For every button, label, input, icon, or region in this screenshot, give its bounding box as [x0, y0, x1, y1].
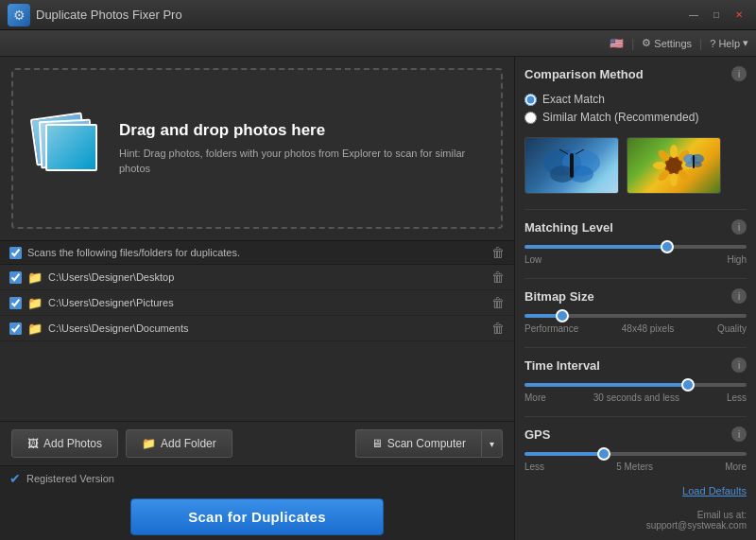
- gps-less-label: Less: [524, 462, 544, 472]
- folder-delete-pictures[interactable]: 🗑: [491, 295, 505, 310]
- folder-path-documents: C:\Users\Designer\Documents: [48, 322, 486, 334]
- exact-match-radio[interactable]: [524, 94, 537, 106]
- folder-list-delete-icon[interactable]: 🗑: [491, 245, 505, 260]
- settings-button[interactable]: ⚙ Settings: [642, 37, 692, 49]
- time-interval-section: Time Interval i More 30 seconds and less…: [524, 357, 747, 403]
- app-icon: ⚙: [8, 4, 30, 26]
- flag-icon: 🇺🇸: [610, 37, 624, 50]
- matching-level-labels: Low High: [524, 254, 747, 265]
- folder-checkbox-desktop[interactable]: [9, 271, 22, 284]
- comparison-method-options: Exact Match Similar Match (Recommended): [524, 93, 747, 124]
- similar-match-radio[interactable]: [524, 112, 537, 124]
- bitmap-size-slider[interactable]: [524, 314, 747, 318]
- time-interval-labels: More 30 seconds and less Less: [524, 392, 747, 403]
- folder-delete-documents[interactable]: 🗑: [491, 321, 505, 336]
- bitmap-size-header: Bitmap Size i: [524, 288, 747, 304]
- scan-for-duplicates-button[interactable]: Scan for Duplicates: [130, 498, 384, 535]
- svg-rect-4: [570, 153, 574, 178]
- minimize-button[interactable]: —: [684, 9, 703, 22]
- bitmap-size-info-icon[interactable]: i: [731, 288, 747, 304]
- divider-2: [524, 278, 747, 279]
- matching-level-info-icon[interactable]: i: [731, 219, 747, 235]
- divider-3: [524, 347, 747, 348]
- gps-labels: Less 5 Meters More: [524, 462, 747, 472]
- time-less-label: Less: [727, 392, 747, 403]
- chevron-down-icon: ▾: [743, 37, 748, 49]
- bitmap-performance-label: Performance: [524, 323, 578, 334]
- left-panel: Drag and drop photos here Hint: Drag pho…: [0, 57, 515, 540]
- settings-icon: ⚙: [642, 37, 651, 49]
- load-defaults-link[interactable]: Load Defaults: [524, 485, 747, 496]
- matching-level-low: Low: [524, 254, 541, 265]
- gps-slider[interactable]: [524, 452, 747, 456]
- add-folder-icon: 📁: [142, 437, 156, 450]
- right-panel: Comparison Method i Exact Match Similar …: [515, 57, 756, 540]
- matching-level-header: Matching Level i: [524, 219, 747, 235]
- bitmap-size-center: 48x48 pixels: [578, 323, 717, 334]
- gps-section: GPS i Less 5 Meters More: [524, 427, 747, 472]
- scan-computer-wrap: 🖥 Scan Computer ▾: [355, 429, 503, 458]
- time-interval-header: Time Interval i: [524, 357, 747, 373]
- similar-match-option[interactable]: Similar Match (Recommended): [524, 111, 747, 124]
- drop-zone-hint: Hint: Drag photos, folders with your pho…: [119, 146, 486, 177]
- folder-delete-desktop[interactable]: 🗑: [491, 270, 505, 285]
- svg-point-8: [666, 158, 681, 173]
- close-button[interactable]: ✕: [730, 9, 748, 22]
- drop-zone-title: Drag and drop photos here: [119, 121, 486, 140]
- drop-text: Drag and drop photos here Hint: Drag pho…: [119, 121, 486, 177]
- maximize-button[interactable]: □: [707, 9, 726, 22]
- time-interval-info-icon[interactable]: i: [731, 357, 747, 373]
- time-more-label: More: [524, 392, 546, 403]
- folder-checkbox-documents[interactable]: [9, 322, 22, 335]
- sunflower-svg: [641, 142, 707, 189]
- exact-match-option[interactable]: Exact Match: [524, 93, 747, 106]
- bitmap-size-labels: Performance 48x48 pixels Quality: [524, 323, 747, 334]
- divider-1: [524, 209, 747, 210]
- matching-level-high: High: [727, 254, 747, 265]
- title-bar-controls: — □ ✕: [684, 9, 748, 22]
- folder-checkbox-pictures[interactable]: [9, 297, 22, 309]
- comparison-method-title: Comparison Method: [524, 67, 644, 81]
- toolbar-separator: |: [699, 37, 702, 50]
- title-bar-left: ⚙ Duplicate Photos Fixer Pro: [8, 4, 182, 26]
- bottom-buttons: 🖼 Add Photos 📁 Add Folder 🖥 Scan Compute…: [0, 421, 514, 465]
- folder-item-documents[interactable]: 📁 C:\Users\Designer\Documents 🗑: [0, 316, 514, 341]
- folder-icon-pictures: 📁: [27, 296, 43, 310]
- app-title: Duplicate Photos Fixer Pro: [36, 8, 182, 22]
- scan-computer-dropdown[interactable]: ▾: [481, 429, 503, 458]
- gps-more-label: More: [725, 462, 747, 472]
- matching-level-title: Matching Level: [524, 220, 613, 235]
- drop-zone[interactable]: Drag and drop photos here Hint: Drag pho…: [11, 68, 503, 229]
- add-photos-button[interactable]: 🖼 Add Photos: [11, 429, 118, 458]
- add-photos-icon: 🖼: [27, 437, 39, 450]
- add-folder-button[interactable]: 📁 Add Folder: [126, 429, 232, 458]
- svg-point-13: [670, 173, 678, 186]
- gps-header: GPS i: [524, 427, 747, 442]
- folder-list-header: Scans the following files/folders for du…: [0, 240, 514, 265]
- folder-icon-desktop: 📁: [27, 270, 43, 285]
- divider-4: [524, 416, 747, 417]
- preview-butterfly: [524, 137, 619, 194]
- gps-title: GPS: [524, 427, 550, 442]
- scan-computer-button[interactable]: 🖥 Scan Computer: [355, 429, 481, 458]
- folder-icon-documents: 📁: [27, 322, 43, 336]
- folder-item-desktop[interactable]: 📁 C:\Users\Designer\Desktop 🗑: [0, 265, 514, 290]
- help-button[interactable]: ? Help ▾: [710, 37, 748, 49]
- email-info: Email us at: support@systweak.com: [524, 506, 747, 531]
- folder-list-header-checkbox[interactable]: [9, 247, 22, 259]
- status-text: Registered Version: [26, 473, 114, 484]
- time-center-label: 30 seconds and less: [546, 392, 727, 403]
- gps-info-icon[interactable]: i: [731, 427, 747, 442]
- comparison-method-info-icon[interactable]: i: [731, 66, 747, 81]
- matching-level-slider[interactable]: [524, 245, 747, 249]
- butterfly-svg: [539, 142, 605, 189]
- gps-center-label: 5 Meters: [544, 462, 725, 472]
- folder-item-pictures[interactable]: 📁 C:\Users\Designer\Pictures 🗑: [0, 290, 514, 316]
- time-interval-slider[interactable]: [524, 383, 747, 387]
- email-line1: Email us at:: [524, 510, 747, 520]
- photo-card-front: [45, 124, 97, 171]
- title-bar: ⚙ Duplicate Photos Fixer Pro — □ ✕: [0, 0, 756, 30]
- scan-btn-wrap: Scan for Duplicates: [0, 491, 514, 540]
- similar-match-label: Similar Match (Recommended): [542, 111, 698, 124]
- exact-match-label: Exact Match: [542, 93, 605, 106]
